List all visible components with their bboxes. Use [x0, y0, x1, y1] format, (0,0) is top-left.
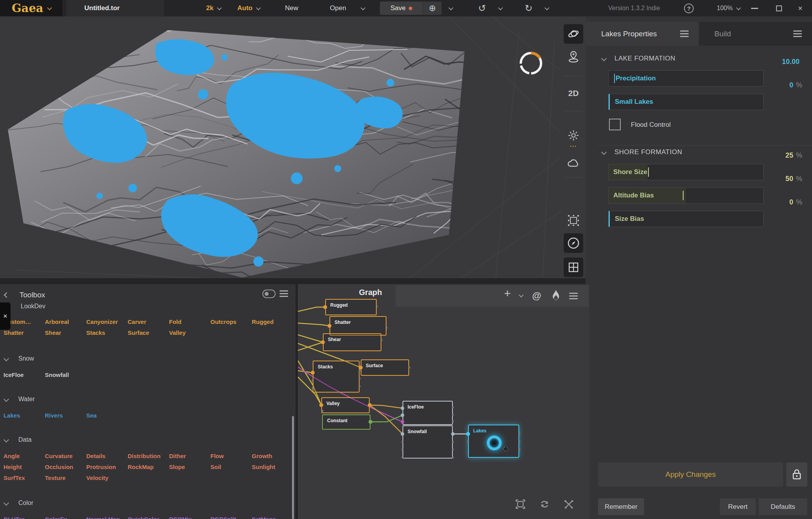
tool-item[interactable]: Soil — [210, 464, 252, 470]
toolbox-view-toggle[interactable] — [262, 290, 276, 298]
chevron-down-icon[interactable] — [498, 5, 503, 10]
frame-region-button[interactable] — [564, 211, 583, 230]
tool-item[interactable]: Growth — [252, 453, 293, 459]
tool-item[interactable]: Outcrops — [210, 318, 252, 325]
tool-item[interactable]: Sunlight — [252, 464, 293, 470]
new-button[interactable]: New — [285, 0, 298, 16]
node-valley[interactable]: Valley — [321, 397, 370, 413]
node-rugged[interactable]: Rugged — [325, 299, 377, 315]
resolution-dropdown[interactable]: 2k — [206, 0, 221, 16]
tool-item[interactable]: Flow — [210, 453, 252, 459]
tool-item[interactable]: Sea — [86, 412, 128, 419]
terrain-3d-viewport[interactable] — [0, 16, 561, 278]
toolbox-menu-icon[interactable] — [280, 290, 288, 297]
tool-item[interactable]: RGBMix — [169, 516, 210, 519]
document-tab[interactable]: Untitled.tor — [66, 0, 164, 16]
tab-menu-icon[interactable] — [680, 30, 689, 37]
tool-item[interactable]: Surface — [128, 329, 169, 336]
tool-item[interactable]: Lakes — [4, 412, 45, 419]
section-data[interactable]: Data — [4, 436, 32, 443]
slider-handle[interactable] — [683, 191, 684, 200]
section-water[interactable]: Water — [4, 396, 35, 403]
lock-button[interactable] — [786, 462, 807, 487]
location-pin-button[interactable] — [564, 47, 583, 66]
tool-item[interactable]: Canyonizer — [86, 318, 128, 325]
tool-item[interactable]: Shatter — [4, 329, 45, 336]
save-button[interactable]: Save — [380, 2, 423, 15]
field-value[interactable]: 0% — [759, 81, 802, 89]
field-value[interactable]: 0% — [759, 198, 802, 206]
section-snow[interactable]: Snow — [4, 355, 34, 362]
disconnect-icon[interactable] — [563, 499, 574, 510]
field-size-bias[interactable]: Size Bias — [608, 211, 764, 227]
tool-item[interactable]: Occlusion — [45, 464, 86, 470]
tool-item[interactable]: Curvature — [45, 453, 86, 459]
compass-button[interactable] — [564, 233, 583, 253]
zoom-dropdown[interactable]: 100% — [717, 0, 740, 16]
tool-item[interactable]: Angle — [4, 453, 45, 459]
tool-item[interactable]: CLUTer — [4, 516, 45, 519]
minimize-button[interactable] — [751, 0, 758, 16]
node-shear[interactable]: Shear — [323, 333, 381, 351]
revert-button[interactable]: Revert — [720, 498, 756, 515]
tool-item[interactable]: Shear — [45, 329, 86, 336]
view-2d-button[interactable]: 2D — [564, 84, 583, 103]
node-icefloe[interactable]: IceFloe — [402, 401, 453, 425]
tool-item[interactable]: Carver — [128, 318, 169, 325]
lighting-button[interactable]: ... — [564, 129, 583, 148]
tool-item[interactable]: Fold — [169, 318, 210, 325]
tool-item[interactable]: SurfTex — [4, 475, 45, 481]
node-constant[interactable]: Constant — [322, 414, 370, 430]
undo-icon[interactable]: ↺ — [478, 4, 486, 13]
redo-icon[interactable]: ↻ — [525, 4, 532, 13]
field-altitude-bias[interactable]: Altitude Bias — [608, 187, 764, 204]
tool-item[interactable]: IceFloe — [4, 371, 45, 378]
tool-item[interactable]: Arboreal — [45, 318, 86, 325]
tool-item[interactable]: Rugged — [252, 318, 293, 325]
node-stacks[interactable]: Stacks — [313, 361, 360, 393]
field-shore-size[interactable]: Shore Size — [608, 164, 764, 180]
cloud-button[interactable] — [564, 154, 583, 173]
toolbox-flyout-close[interactable]: × — [0, 302, 11, 330]
chevron-down-icon[interactable] — [449, 5, 454, 10]
field-value[interactable]: 50% — [759, 175, 802, 183]
toolbox-scrollbar[interactable] — [292, 416, 294, 519]
node-shatter[interactable]: Shatter — [329, 316, 386, 336]
tool-item[interactable]: SatMaps — [252, 516, 293, 519]
field-value[interactable]: 25% — [759, 151, 802, 160]
close-button[interactable]: × — [798, 0, 803, 16]
tool-item[interactable]: Dither — [169, 453, 210, 459]
open-dropdown[interactable]: Open — [330, 0, 364, 16]
tool-item[interactable]: Normal Map — [86, 516, 128, 519]
tool-item[interactable]: Protrusion — [86, 464, 128, 470]
tool-item[interactable]: QuickColor — [128, 516, 169, 519]
field-precipitation[interactable]: Precipitation — [608, 70, 764, 87]
tool-item[interactable]: Texture — [45, 475, 86, 481]
tool-item[interactable]: Velocity — [86, 475, 128, 481]
tool-item[interactable]: Height — [4, 464, 45, 470]
tool-item[interactable]: RockMap — [128, 464, 169, 470]
section-color[interactable]: Color — [4, 499, 33, 507]
layout-grid-button[interactable] — [564, 258, 583, 277]
tool-item[interactable]: RGBSplit — [210, 516, 252, 519]
field-small-lakes[interactable]: Small Lakes — [608, 94, 764, 110]
section-lake-formation[interactable]: LAKE FORMATION — [602, 55, 675, 62]
collapse-left-icon[interactable] — [4, 292, 9, 298]
chevron-down-icon[interactable] — [545, 5, 550, 10]
build-mode-dropdown[interactable]: Auto — [237, 0, 260, 16]
help-icon[interactable]: ? — [684, 4, 694, 13]
node-snowfall[interactable]: Snowfall — [402, 425, 453, 459]
section-shore-formation[interactable]: SHORE FORMATION — [602, 148, 682, 156]
tool-item[interactable]: Snowfall — [45, 371, 86, 378]
flood-control-checkbox[interactable] — [609, 119, 621, 130]
remember-button[interactable]: Remember — [598, 498, 644, 515]
tool-item[interactable]: Rivers — [45, 412, 86, 419]
apply-changes-button[interactable]: Apply Changes — [598, 462, 783, 487]
view-3d-button[interactable] — [564, 24, 583, 44]
field-value[interactable]: 10.00 — [759, 58, 802, 66]
tool-item[interactable]: ColorFx — [45, 516, 86, 519]
node-lakes-selected[interactable]: Lakes ✥ — [468, 425, 519, 458]
tool-item[interactable]: Stacks — [86, 329, 128, 336]
tab-build[interactable]: Build — [699, 22, 812, 46]
tab-lakes-properties[interactable]: Lakes Properties — [586, 22, 699, 46]
